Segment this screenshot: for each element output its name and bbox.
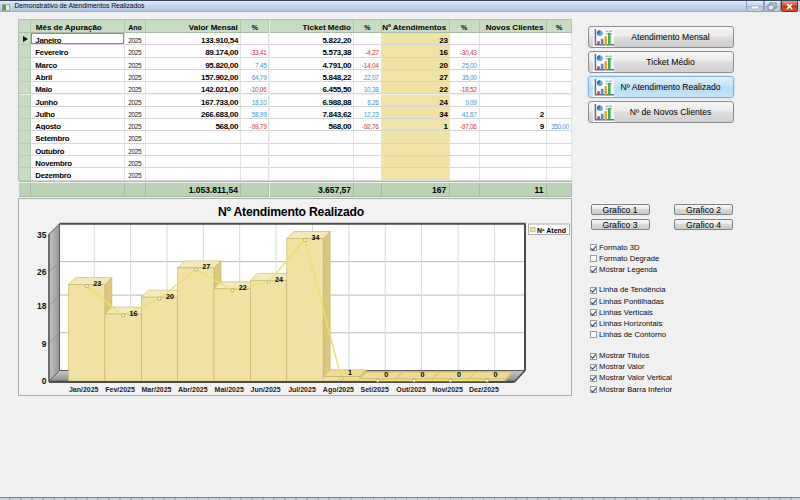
svg-text:16: 16 <box>130 309 138 318</box>
svg-text:Jul/2025: Jul/2025 <box>288 386 316 393</box>
svg-text:Nº Atend: Nº Atend <box>537 227 566 234</box>
svg-text:9: 9 <box>42 339 47 349</box>
svg-text:27: 27 <box>202 262 210 271</box>
svg-text:20: 20 <box>166 292 174 301</box>
svg-text:Ago/2025: Ago/2025 <box>323 386 354 394</box>
svg-text:24: 24 <box>275 275 283 284</box>
svg-text:34: 34 <box>312 233 320 242</box>
svg-text:Mai/2025: Mai/2025 <box>215 386 244 393</box>
svg-text:0: 0 <box>384 370 388 379</box>
svg-text:22: 22 <box>239 283 247 292</box>
svg-text:0: 0 <box>457 370 461 379</box>
svg-text:18: 18 <box>37 301 47 311</box>
svg-text:26: 26 <box>37 267 47 277</box>
svg-text:Mar/2025: Mar/2025 <box>142 386 172 393</box>
svg-text:23: 23 <box>93 279 101 288</box>
svg-text:35: 35 <box>37 230 47 240</box>
svg-text:Nº Atendimento Realizado: Nº Atendimento Realizado <box>218 205 364 219</box>
svg-text:Dez/2025: Dez/2025 <box>469 386 499 393</box>
svg-text:Out/2025: Out/2025 <box>396 386 426 393</box>
svg-text:Set/2025: Set/2025 <box>360 386 389 393</box>
svg-text:0: 0 <box>421 370 425 379</box>
svg-text:Jun/2025: Jun/2025 <box>251 386 281 393</box>
svg-text:1: 1 <box>348 368 352 377</box>
svg-text:Abr/2025: Abr/2025 <box>178 386 208 393</box>
svg-text:Fev/2025: Fev/2025 <box>105 386 135 393</box>
svg-text:Jan/2025: Jan/2025 <box>69 386 99 393</box>
svg-text:0: 0 <box>42 376 47 386</box>
svg-text:Nov/2025: Nov/2025 <box>432 386 463 393</box>
svg-text:0: 0 <box>493 370 497 379</box>
